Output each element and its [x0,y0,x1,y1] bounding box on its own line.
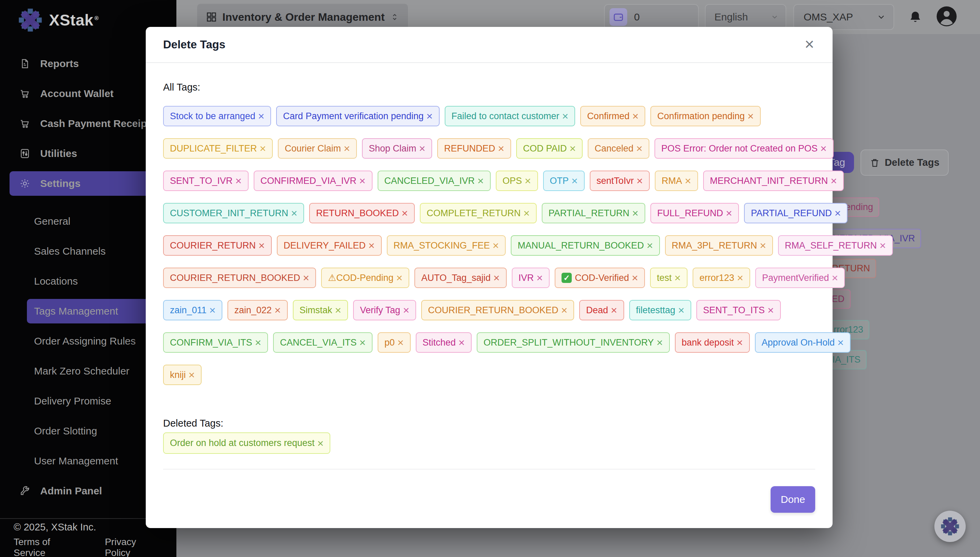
tag-remove-icon[interactable]: × [419,143,426,154]
tag-chip[interactable]: PARTIAL_RETURN× [542,203,645,223]
tag-chip[interactable]: ✓COD-Verified× [555,268,645,288]
tag-remove-icon[interactable]: × [498,143,504,154]
tag-remove-icon[interactable]: × [830,175,837,186]
tag-remove-icon[interactable]: × [685,175,691,186]
tag-chip[interactable]: error123× [693,268,750,288]
tag-remove-icon[interactable]: × [678,305,684,316]
tag-remove-icon[interactable]: × [632,272,638,283]
tag-remove-icon[interactable]: × [291,208,298,218]
tag-remove-icon[interactable]: × [259,240,265,251]
tag-remove-icon[interactable]: × [255,337,262,348]
terms-of-service-link[interactable]: Terms of Service [14,537,84,557]
tag-chip[interactable]: CANCEL_VIA_ITS× [273,332,373,353]
tag-remove-icon[interactable]: × [209,305,216,316]
tag-chip[interactable]: Courier Claim× [278,138,357,159]
tag-chip[interactable]: DELIVERY_FAILED× [277,235,382,256]
tag-remove-icon[interactable]: × [636,143,643,154]
tag-chip[interactable]: RMA× [655,171,698,191]
tag-remove-icon[interactable]: × [879,240,886,251]
tag-remove-icon[interactable]: × [768,305,774,316]
tag-remove-icon[interactable]: × [632,111,639,122]
tag-chip[interactable]: COURIER_RETURN× [163,235,272,256]
tag-remove-icon[interactable]: × [571,175,578,186]
tag-remove-icon[interactable]: × [820,143,827,154]
tag-chip[interactable]: Stock to be arranged× [163,106,271,126]
tag-chip[interactable]: kniji× [163,365,202,385]
tag-chip[interactable]: Confirmed× [580,106,645,126]
tag-remove-icon[interactable]: × [359,337,366,348]
tag-remove-icon[interactable]: × [493,240,499,251]
tag-remove-icon[interactable]: × [525,175,531,186]
tag-chip[interactable]: Verify Tag× [353,300,416,320]
tag-chip[interactable]: SENT_TO_ITS× [696,300,781,320]
tag-remove-icon[interactable]: × [303,272,309,283]
tag-remove-icon[interactable]: × [562,111,568,122]
tag-chip[interactable]: Simstak× [293,300,348,320]
tag-chip[interactable]: filetesttag× [629,300,691,320]
tag-chip[interactable]: CUSTOMER_INIT_RETURN× [163,203,304,223]
close-icon[interactable]: × [799,33,820,55]
tag-remove-icon[interactable]: × [396,272,403,283]
tag-remove-icon[interactable]: × [397,337,404,348]
tag-chip[interactable]: COURIER_RETURN_BOOKED× [163,268,316,288]
tag-remove-icon[interactable]: × [258,111,265,122]
tag-chip[interactable]: FULL_REFUND× [650,203,739,223]
tag-chip[interactable]: Order on hold at customers request× [163,432,330,454]
tag-chip[interactable]: Confirmation pending× [650,106,760,126]
tag-remove-icon[interactable]: × [632,208,638,218]
tag-chip[interactable]: Card Payment verification pending× [276,106,439,126]
tag-remove-icon[interactable]: × [317,438,324,449]
tag-remove-icon[interactable]: × [726,208,733,218]
tag-remove-icon[interactable]: × [646,240,653,251]
tag-chip[interactable]: PaymentVerified× [755,268,845,288]
tag-chip[interactable]: COD PAID× [516,138,583,159]
tag-remove-icon[interactable]: × [674,272,681,283]
tag-chip[interactable]: MANUAL_RETURN_BOOKED× [511,235,659,256]
tag-chip[interactable]: OTP× [543,171,584,191]
tag-chip[interactable]: REFUNDED× [437,138,511,159]
tag-chip[interactable]: Failed to contact customer× [445,106,575,126]
tag-remove-icon[interactable]: × [523,208,530,218]
tag-remove-icon[interactable]: × [561,305,568,316]
tag-chip[interactable]: zain_011× [163,300,222,320]
tag-chip[interactable]: PARTIAL_REFUND× [744,203,848,223]
tag-remove-icon[interactable]: × [427,111,433,122]
tag-remove-icon[interactable]: × [477,175,484,186]
tag-remove-icon[interactable]: × [275,305,281,316]
tag-chip[interactable]: CONFIRMED_VIA_IVR× [254,171,373,191]
tag-chip[interactable]: IVR× [512,268,550,288]
tag-chip[interactable]: ORDER_SPLIT_WITHOUT_INVENTORY× [477,332,670,353]
tag-chip[interactable]: SENT_TO_IVR× [163,171,249,191]
tag-chip[interactable]: p0× [378,332,411,353]
tag-remove-icon[interactable]: × [737,272,743,283]
tag-remove-icon[interactable]: × [359,175,366,186]
tag-chip[interactable]: zain_022× [228,300,287,320]
tag-chip[interactable]: DUPLICATE_FILTER× [163,138,273,159]
tag-remove-icon[interactable]: × [747,111,754,122]
tag-remove-icon[interactable]: × [189,370,195,380]
tag-remove-icon[interactable]: × [611,305,617,316]
tag-chip[interactable]: test× [650,268,687,288]
tag-chip[interactable]: OPS× [496,171,538,191]
tag-remove-icon[interactable]: × [493,272,500,283]
tag-remove-icon[interactable]: × [343,143,350,154]
tag-chip[interactable]: POS Error: Order not Created on POS× [654,138,833,159]
tag-remove-icon[interactable]: × [837,337,844,348]
tag-chip[interactable]: bank deposit× [675,332,750,353]
tag-remove-icon[interactable]: × [656,337,663,348]
sidebar-item-settings[interactable]: Settings [10,171,156,196]
tag-remove-icon[interactable]: × [537,272,543,283]
tag-chip[interactable]: COURIER_RETURN_BOOKED× [421,300,574,320]
tag-remove-icon[interactable]: × [335,305,342,316]
tag-chip[interactable]: Dead× [579,300,624,320]
tag-chip[interactable]: RETURN_BOOKED× [309,203,415,223]
tag-remove-icon[interactable]: × [760,240,766,251]
tag-chip[interactable]: RMA_3PL_RETURN× [665,235,773,256]
tag-chip[interactable]: CANCELED_VIA_IVR× [378,171,491,191]
tag-chip[interactable]: CONFIRM_VIA_ITS× [163,332,268,353]
tag-chip[interactable]: RMA_STOCKING_FEE× [387,235,506,256]
tag-chip[interactable]: AUTO_Tag_sajid× [414,268,506,288]
tag-remove-icon[interactable]: × [458,337,465,348]
tag-remove-icon[interactable]: × [832,272,838,283]
tag-chip[interactable]: Stitched× [416,332,472,353]
